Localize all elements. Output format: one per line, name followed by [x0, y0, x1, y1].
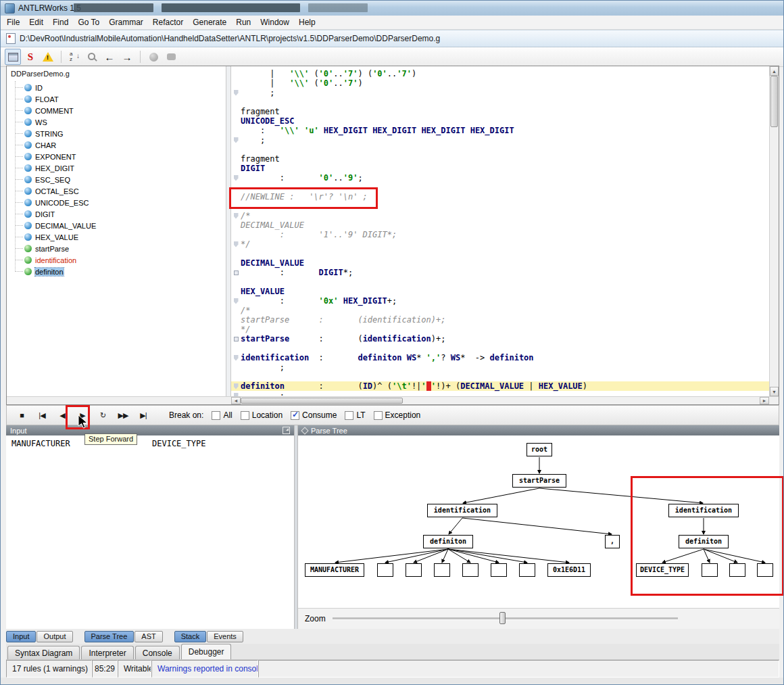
stop-button[interactable]: ■ — [14, 407, 30, 423]
breakon-lt[interactable]: LT — [345, 410, 365, 420]
menu-item-find[interactable]: Find — [48, 16, 73, 28]
breakpoint-marker-icon[interactable] — [234, 337, 239, 341]
rule-item-hex-digit[interactable]: HEX_DIGIT — [7, 162, 226, 174]
breakon-exception[interactable]: Exception — [374, 410, 421, 420]
input-panel[interactable]: MANUFACTURER DEVICE_TYPE — [6, 435, 294, 629]
parse-node-startparse[interactable]: startParse — [512, 474, 566, 488]
parse-node-empty[interactable] — [702, 563, 718, 577]
code-line[interactable] — [231, 202, 769, 211]
grammar-view-button[interactable] — [5, 49, 21, 65]
code-line[interactable]: DIGIT — [231, 164, 769, 173]
scroll-up-icon[interactable]: ▲ — [770, 66, 779, 76]
parse-node-identification-right[interactable]: identification — [668, 504, 739, 517]
breakon-all[interactable]: All — [212, 410, 232, 420]
editor-gutter[interactable] — [231, 145, 241, 154]
code-line[interactable]: definiton : (ID)^ ('\t'!|' '!)+ (DECIMAL… — [231, 381, 769, 391]
code-line[interactable] — [231, 344, 769, 353]
rule-item-hex-value[interactable]: HEX_VALUE — [7, 231, 226, 243]
zoom-slider-thumb[interactable] — [499, 612, 506, 624]
editor-gutter[interactable] — [231, 107, 241, 116]
code-line[interactable]: */ — [231, 325, 769, 334]
code-line[interactable]: fragment — [231, 154, 769, 164]
editor-gutter[interactable] — [231, 334, 241, 344]
editor-gutter[interactable] — [231, 173, 241, 183]
zoom-slider[interactable] — [333, 617, 678, 620]
grammar-editor[interactable]: | '\\' ('0'..'7') ('0'..'7') | '\\' ('0'… — [231, 66, 769, 396]
sort-rules-button[interactable]: az↓ — [66, 49, 82, 65]
back-button[interactable]: ← — [101, 49, 118, 65]
editor-gutter[interactable] — [231, 353, 241, 362]
code-line[interactable] — [231, 372, 769, 381]
tab-interpreter[interactable]: Interpreter — [81, 646, 133, 659]
editor-vertical-scrollbar[interactable]: ▲ ▼ — [769, 66, 779, 396]
editor-gutter[interactable] — [231, 258, 241, 268]
expand-icon[interactable] — [283, 427, 290, 434]
code-line[interactable]: startParse : (identification)+; — [231, 315, 769, 325]
editor-gutter[interactable] — [231, 287, 241, 296]
code-line[interactable]: fragment — [231, 107, 769, 116]
scrollbar-thumb[interactable] — [770, 76, 778, 127]
rule-item-octal-esc[interactable]: OCTAL_ESC — [7, 185, 226, 197]
parse-node-empty[interactable] — [406, 563, 422, 577]
rule-item-float[interactable]: FLOAT — [7, 93, 226, 105]
checkbox[interactable] — [212, 411, 220, 420]
menu-item-window[interactable]: Window — [255, 16, 294, 28]
parse-node-manufacturer[interactable]: MANUFACTURER — [305, 563, 364, 577]
warnings-button[interactable]: ! — [40, 49, 56, 65]
debug-remote-button[interactable] — [163, 49, 179, 65]
debug-button[interactable] — [145, 49, 162, 65]
panel-tab-events[interactable]: Events — [207, 631, 243, 642]
code-line[interactable]: | '\\' ('0'..'7') ('0'..'7') — [231, 69, 769, 78]
parse-node-empty[interactable] — [462, 563, 479, 577]
editor-gutter[interactable] — [231, 239, 241, 249]
code-line[interactable]: /* — [231, 306, 769, 315]
parse-node-devicetype[interactable]: DEVICE_TYPE — [636, 563, 689, 577]
editor-horizontal-scrollbar[interactable]: ◄ ► — [231, 397, 769, 404]
editor-gutter[interactable] — [231, 78, 241, 88]
breakpoint-marker-icon[interactable] — [234, 298, 239, 304]
menu-item-help[interactable]: Help — [294, 16, 320, 28]
parse-node-empty[interactable] — [757, 563, 773, 577]
editor-gutter[interactable] — [231, 202, 241, 211]
parse-node-empty[interactable] — [491, 563, 507, 577]
editor-gutter[interactable] — [231, 154, 241, 164]
parse-node-empty[interactable] — [377, 563, 393, 577]
rule-item-ws[interactable]: WS — [7, 116, 226, 128]
scrollbar-thumb[interactable] — [241, 398, 403, 404]
breakon-consume[interactable]: Consume — [291, 410, 337, 420]
editor-gutter[interactable] — [231, 135, 241, 145]
checkbox[interactable] — [241, 411, 249, 420]
find-button[interactable] — [84, 49, 100, 65]
menu-item-go-to[interactable]: Go To — [73, 16, 104, 28]
editor-gutter[interactable] — [231, 344, 241, 353]
rule-item-startparse[interactable]: startParse — [7, 243, 226, 254]
rule-item-unicode-esc[interactable]: UNICODE_ESC — [7, 197, 226, 208]
checkbox[interactable] — [374, 411, 383, 420]
checkbox[interactable] — [345, 411, 353, 420]
rule-item-esc-seq[interactable]: ESC_SEQ — [7, 174, 226, 185]
rule-item-char[interactable]: CHAR — [7, 139, 226, 151]
editor-gutter[interactable] — [231, 277, 241, 287]
step-back-button[interactable]: ◀ — [54, 407, 70, 423]
menu-item-edit[interactable]: Edit — [24, 16, 48, 28]
editor-gutter[interactable] — [231, 249, 241, 258]
editor-gutter[interactable] — [231, 381, 241, 391]
editor-gutter[interactable] — [231, 268, 241, 277]
titlebar[interactable]: ANTLRWorks 1.5 — [1, 1, 783, 16]
breakpoint-marker-icon[interactable] — [234, 213, 239, 219]
code-line[interactable]: : '0x' HEX_DIGIT+; — [231, 296, 769, 306]
parse-node-empty[interactable] — [434, 563, 450, 577]
editor-gutter[interactable] — [231, 315, 241, 325]
editor-gutter[interactable] — [231, 296, 241, 306]
breakpoint-marker-icon[interactable] — [234, 175, 239, 181]
parse-node-empty[interactable] — [519, 563, 535, 577]
vertical-splitter[interactable] — [226, 66, 231, 404]
scroll-down-icon[interactable]: ▼ — [770, 387, 779, 396]
forward-button[interactable]: → — [119, 49, 135, 65]
rule-item-digit[interactable]: DIGIT — [7, 208, 226, 220]
code-line[interactable]: ; — [231, 362, 769, 372]
code-line[interactable]: ; — [231, 135, 769, 145]
rule-item-comment[interactable]: COMMENT — [7, 105, 226, 116]
code-line[interactable] — [231, 183, 769, 192]
breakpoint-marker-icon[interactable] — [234, 90, 239, 96]
